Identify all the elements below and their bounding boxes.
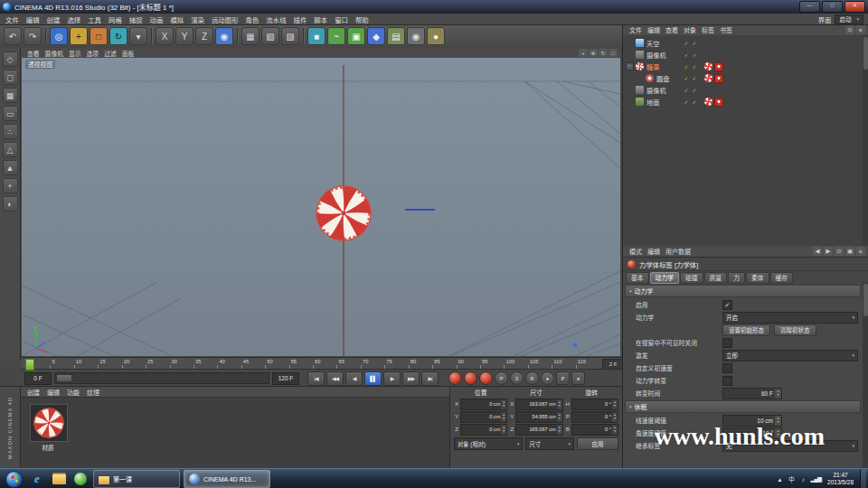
visible-check-icon[interactable]: ✓ xyxy=(691,40,698,46)
move-tool-icon[interactable]: + xyxy=(70,27,88,45)
om-menu-file[interactable]: 文件 xyxy=(627,25,645,34)
am-menu-icon[interactable]: ≡ xyxy=(856,247,865,256)
menu-pipeline[interactable]: 流水线 xyxy=(262,14,289,24)
material-menu-function[interactable]: 功能 xyxy=(64,388,82,397)
render-view-icon[interactable]: ▦ xyxy=(241,27,259,45)
stepper-down-icon[interactable]: ▼ xyxy=(503,404,505,408)
viewport-menu-options[interactable]: 选项 xyxy=(84,49,102,58)
menu-script[interactable]: 脚本 xyxy=(310,14,331,24)
playback-options-button[interactable]: P xyxy=(556,371,570,385)
custom-initial-velocity-checkbox[interactable] xyxy=(722,363,732,373)
enable-check-icon[interactable]: ✓ xyxy=(683,75,690,81)
om-menu-bookmarks[interactable]: 书签 xyxy=(717,25,735,34)
dynamics-tag-icon[interactable] xyxy=(714,74,723,83)
material-menu-texture[interactable]: 纹理 xyxy=(84,388,102,397)
texture-tag-icon[interactable] xyxy=(704,74,712,82)
lock-z-axis-icon[interactable]: Z xyxy=(195,27,213,45)
render-settings-icon[interactable]: ▨ xyxy=(281,27,299,45)
rotate-view-icon[interactable]: ↻ xyxy=(599,49,608,57)
enable-check-icon[interactable]: ✓ xyxy=(683,99,690,105)
object-manager-scrollbar[interactable] xyxy=(863,35,868,246)
record-parameter-toggle[interactable]: ● xyxy=(541,371,554,385)
scale-tool-icon[interactable]: □ xyxy=(90,27,108,45)
object-row-camera-1[interactable]: −摄像机✓✓ xyxy=(623,49,863,61)
menu-tools[interactable]: 工具 xyxy=(84,14,105,24)
dynamics-group[interactable]: ▾动力学 xyxy=(625,285,861,297)
stepper-down-icon[interactable]: ▼ xyxy=(613,404,616,408)
menu-file[interactable]: 文件 xyxy=(2,14,23,24)
polygons-mode-icon[interactable]: ▲ xyxy=(3,160,18,175)
menu-plugins[interactable]: 插件 xyxy=(290,14,311,24)
trigger-dropdown[interactable]: 立即▾ xyxy=(722,350,858,361)
dynamic-dropdown[interactable]: 开启▾ xyxy=(722,312,858,324)
add-cube-icon[interactable]: ■ xyxy=(307,27,326,45)
size-y-field[interactable]: 54.955 cm▲▼ xyxy=(515,411,562,423)
lock-x-axis-icon[interactable]: X xyxy=(156,27,174,45)
record-rotation-toggle[interactable]: R xyxy=(525,371,539,385)
add-light-icon[interactable]: ● xyxy=(427,27,445,45)
om-search-icon[interactable]: ⊙ xyxy=(845,25,854,34)
viewport-menu-display[interactable]: 显示 xyxy=(66,49,84,58)
enable-check-icon[interactable]: ✓ xyxy=(683,52,690,58)
pan-view-icon[interactable]: + xyxy=(579,49,588,57)
points-mode-icon[interactable]: ∴ xyxy=(3,124,18,139)
viewport-solo-icon[interactable]: ◐ xyxy=(3,196,18,211)
stepper-down-icon[interactable]: ▼ xyxy=(503,429,505,433)
enable-check-icon[interactable]: ✓ xyxy=(683,87,690,93)
previous-key-button[interactable]: ◀◀ xyxy=(326,371,344,386)
frame-slider[interactable] xyxy=(54,372,269,384)
scrollbar-thumb[interactable] xyxy=(863,284,868,316)
add-mograph-icon[interactable]: ▣ xyxy=(347,27,365,45)
undo-icon[interactable]: ↶ xyxy=(4,27,22,45)
redo-icon[interactable]: ↷ xyxy=(24,27,42,45)
enabled-checkbox[interactable]: ✓ xyxy=(722,300,732,310)
visible-check-icon[interactable]: ✓ xyxy=(691,75,698,81)
render-picture-viewer-icon[interactable]: ▧ xyxy=(261,27,279,45)
size-z-field[interactable]: 165.067 cm▲▼ xyxy=(515,424,562,436)
dynamics-tag-icon[interactable] xyxy=(714,98,723,107)
sleeping-group[interactable]: ▾休眠 xyxy=(625,400,861,413)
lock-y-axis-icon[interactable]: Y xyxy=(175,27,193,45)
frame-slider-handle[interactable] xyxy=(56,374,72,382)
size-mode-dropdown[interactable]: 尺寸▾ xyxy=(525,437,574,450)
stepper-down-icon[interactable]: ▼ xyxy=(613,417,616,420)
quick-launch-green-app-icon[interactable] xyxy=(72,472,89,487)
object-row-floor[interactable]: −地面✓✓ xyxy=(623,96,863,108)
visible-check-icon[interactable]: ✓ xyxy=(691,99,698,105)
play-button[interactable]: ▶ xyxy=(383,371,401,386)
om-filter-icon[interactable]: ≡ xyxy=(856,25,865,34)
menu-select[interactable]: 选择 xyxy=(63,14,84,24)
ime-indicator[interactable]: 中 xyxy=(787,474,795,483)
am-search-icon[interactable]: ⊙ xyxy=(835,247,844,256)
dynamic-transition-checkbox[interactable] xyxy=(722,376,732,386)
live-selection-icon[interactable]: ◎ xyxy=(50,27,68,45)
texture-mode-icon[interactable]: ▦ xyxy=(3,88,18,103)
stepper-down-icon[interactable]: ▼ xyxy=(558,429,561,433)
coordinate-mode-dropdown[interactable]: 对象 (相对)▾ xyxy=(454,437,523,450)
close-button[interactable]: ✕ xyxy=(844,1,865,13)
material-menu-create[interactable]: 创建 xyxy=(24,388,42,397)
stepper-down-icon[interactable]: ▼ xyxy=(558,404,561,408)
enable-check-icon[interactable]: ✓ xyxy=(683,63,690,70)
workplane-mode-icon[interactable]: ▭ xyxy=(3,106,18,121)
position-y-field[interactable]: 0 cm▲▼ xyxy=(460,411,507,423)
model-mode-icon[interactable]: ◻ xyxy=(3,70,18,85)
viewport-menu-cameras[interactable]: 摄像机 xyxy=(42,49,66,58)
next-key-button[interactable]: ▶▶ xyxy=(402,371,420,386)
am-lock-icon[interactable]: ▣ xyxy=(845,247,854,256)
menu-help[interactable]: 帮助 xyxy=(352,14,373,24)
object-row-candy[interactable]: −糖果✓✓ xyxy=(623,61,863,72)
scrollbar-thumb[interactable] xyxy=(863,37,868,70)
menu-edit[interactable]: 编辑 xyxy=(23,14,43,24)
expander-icon[interactable]: − xyxy=(626,62,634,70)
am-back-icon[interactable]: ◀ xyxy=(813,247,822,256)
visible-check-icon[interactable]: ✓ xyxy=(691,52,698,58)
menu-window[interactable]: 窗口 xyxy=(331,14,352,24)
add-spline-icon[interactable]: ~ xyxy=(327,27,345,45)
menu-mesh[interactable]: 网格 xyxy=(105,14,126,24)
menu-animate[interactable]: 动画 xyxy=(146,14,167,24)
menu-render[interactable]: 渲染 xyxy=(187,14,208,24)
zoom-view-icon[interactable]: ⊕ xyxy=(589,49,598,57)
viewport-menu-view[interactable]: 查看 xyxy=(24,49,42,58)
viewport-canvas[interactable]: 透视视图 Y xyxy=(22,58,620,356)
